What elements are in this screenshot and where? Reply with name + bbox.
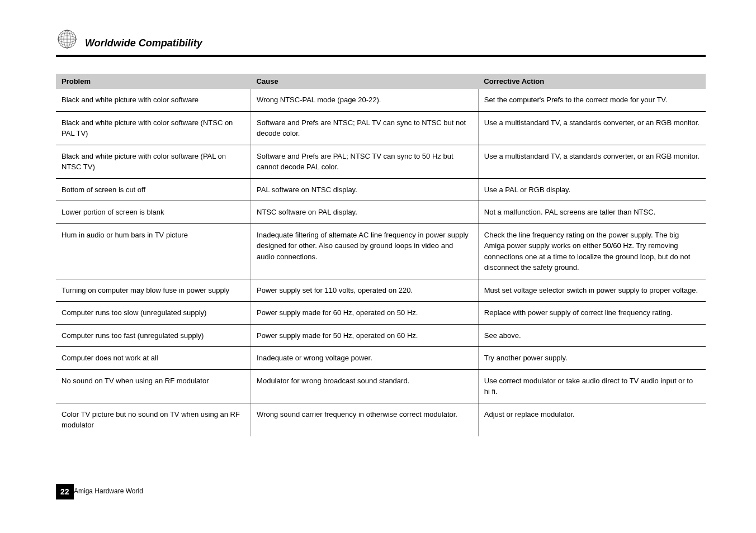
action-cell: Use a multistandard TV, a standards conv… xyxy=(478,145,706,178)
action-cell: See above. xyxy=(478,324,706,347)
svg-point-12 xyxy=(60,45,62,46)
problem-cell: Computer does not work at all xyxy=(56,347,251,370)
svg-point-8 xyxy=(67,47,68,49)
cause-cell: Wrong sound carrier frequency in otherwi… xyxy=(251,403,479,436)
cause-cell: Software and Prefs are PAL; NTSC TV can … xyxy=(251,145,479,178)
column-header-action: Corrective Action xyxy=(478,74,706,89)
action-cell: Adjust or replace modulator. xyxy=(478,403,706,436)
page-header: Worldwide Compatibility xyxy=(56,28,706,57)
problem-cell: Computer runs too fast (unregulated supp… xyxy=(56,324,251,347)
action-cell: Set the computer's Prefs to the correct … xyxy=(478,89,706,111)
problem-cell: Lower portion of screen is blank xyxy=(56,201,251,224)
action-cell: Try another power supply. xyxy=(478,347,706,370)
svg-point-14 xyxy=(60,32,62,34)
cause-cell: Software and Prefs are NTSC; PAL TV can … xyxy=(251,111,479,145)
table-row: Black and white picture with color softw… xyxy=(56,145,706,178)
table-row: Turning on computer may blow fuse in pow… xyxy=(56,279,706,302)
table-row: Bottom of screen is cut off PAL software… xyxy=(56,178,706,201)
cause-cell: Modulator for wrong broadcast sound stan… xyxy=(251,369,479,403)
cause-cell: Inadequate or wrong voltage power. xyxy=(251,347,479,370)
cause-cell: Power supply made for 60 Hz, operated on… xyxy=(251,302,479,325)
page-number: 22 xyxy=(56,484,74,499)
svg-point-10 xyxy=(75,39,77,40)
table-row: Computer runs too slow (unregulated supp… xyxy=(56,302,706,325)
action-cell: Use a multistandard TV, a standards conv… xyxy=(478,111,706,145)
table-row: Black and white picture with color softw… xyxy=(56,111,706,145)
action-cell: Replace with power supply of correct lin… xyxy=(478,302,706,325)
cause-cell: Power supply made for 50 Hz, operated on… xyxy=(251,324,479,347)
cause-cell: NTSC software on PAL display. xyxy=(251,201,479,224)
footer-label: Amiga Hardware World xyxy=(74,487,143,495)
problem-cell: Color TV picture but no sound on TV when… xyxy=(56,403,251,436)
cause-cell: Wrong NTSC-PAL mode (page 20-22). xyxy=(251,89,479,111)
action-cell: Must set voltage selector switch in powe… xyxy=(478,279,706,302)
svg-point-11 xyxy=(73,32,74,34)
cause-cell: Power supply set for 110 volts, operated… xyxy=(251,279,479,302)
svg-point-7 xyxy=(67,30,68,31)
action-cell: Use a PAL or RGB display. xyxy=(478,178,706,201)
globe-icon xyxy=(56,28,78,50)
problem-cell: Turning on computer may blow fuse in pow… xyxy=(56,279,251,302)
action-cell: Use correct modulator or take audio dire… xyxy=(478,369,706,403)
action-cell: Check the line frequency rating on the p… xyxy=(478,223,706,279)
cause-cell: PAL software on NTSC display. xyxy=(251,178,479,201)
svg-point-13 xyxy=(73,45,74,46)
table-row: Color TV picture but no sound on TV when… xyxy=(56,403,706,436)
problem-cell: Hum in audio or hum bars in TV picture xyxy=(56,223,251,279)
table-row: Black and white picture with color softw… xyxy=(56,89,706,111)
problem-cell: No sound on TV when using an RF modulato… xyxy=(56,369,251,403)
column-header-cause: Cause xyxy=(251,74,479,89)
header-title: Worldwide Compatibility xyxy=(85,37,202,50)
problem-cell: Black and white picture with color softw… xyxy=(56,111,251,145)
problem-cell: Computer runs too slow (unregulated supp… xyxy=(56,302,251,325)
table-row: No sound on TV when using an RF modulato… xyxy=(56,369,706,403)
problem-cell: Bottom of screen is cut off xyxy=(56,178,251,201)
column-header-problem: Problem xyxy=(56,74,251,89)
table-row: Lower portion of screen is blank NTSC so… xyxy=(56,201,706,224)
cause-cell: Inadequate filtering of alternate AC lin… xyxy=(251,223,479,279)
table-row: Computer runs too fast (unregulated supp… xyxy=(56,324,706,347)
troubleshooting-table: Problem Cause Corrective Action Black an… xyxy=(56,74,706,436)
table-row: Hum in audio or hum bars in TV picture I… xyxy=(56,223,706,279)
problem-cell: Black and white picture with color softw… xyxy=(56,89,251,111)
problem-cell: Black and white picture with color softw… xyxy=(56,145,251,178)
action-cell: Not a malfunction. PAL screens are talle… xyxy=(478,201,706,224)
table-row: Computer does not work at all Inadequate… xyxy=(56,347,706,370)
svg-point-9 xyxy=(58,39,59,40)
